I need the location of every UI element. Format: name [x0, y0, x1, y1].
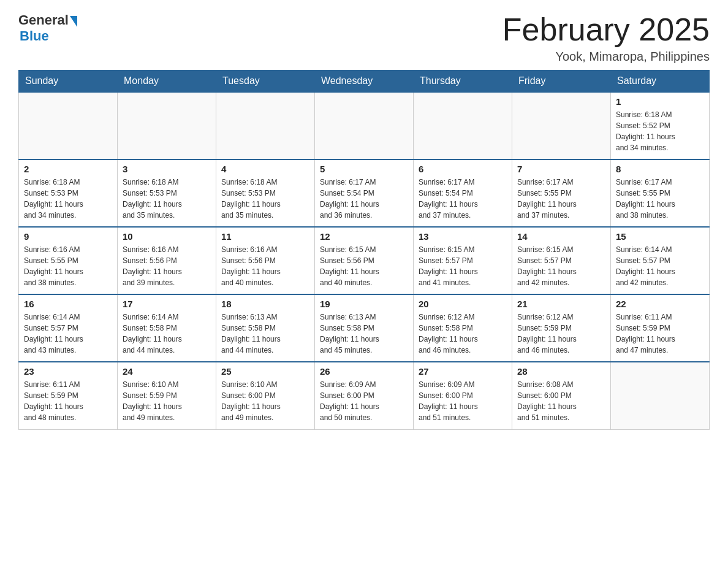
calendar-cell: 23Sunrise: 6:11 AM Sunset: 5:59 PM Dayli…	[19, 362, 118, 429]
weekday-header-wednesday: Wednesday	[315, 71, 414, 93]
day-info: Sunrise: 6:13 AM Sunset: 5:58 PM Dayligh…	[221, 312, 309, 356]
day-info: Sunrise: 6:16 AM Sunset: 5:56 PM Dayligh…	[123, 244, 211, 288]
day-number: 28	[517, 366, 605, 377]
calendar-cell: 12Sunrise: 6:15 AM Sunset: 5:56 PM Dayli…	[315, 227, 414, 294]
calendar-cell: 14Sunrise: 6:15 AM Sunset: 5:57 PM Dayli…	[512, 227, 611, 294]
day-number: 4	[221, 164, 309, 174]
day-number: 18	[221, 299, 309, 309]
day-number: 20	[419, 299, 507, 309]
day-info: Sunrise: 6:15 AM Sunset: 5:56 PM Dayligh…	[320, 244, 408, 288]
calendar-cell: 27Sunrise: 6:09 AM Sunset: 6:00 PM Dayli…	[414, 362, 512, 429]
calendar-cell	[315, 92, 414, 159]
calendar-cell: 8Sunrise: 6:17 AM Sunset: 5:55 PM Daylig…	[611, 159, 710, 227]
weekday-header-tuesday: Tuesday	[216, 71, 315, 93]
calendar-cell: 10Sunrise: 6:16 AM Sunset: 5:56 PM Dayli…	[118, 227, 216, 294]
day-number: 10	[123, 231, 211, 242]
logo-general-text: General	[18, 12, 69, 28]
calendar-cell	[414, 92, 512, 159]
calendar-cell: 20Sunrise: 6:12 AM Sunset: 5:58 PM Dayli…	[414, 294, 512, 362]
calendar-body: 1Sunrise: 6:18 AM Sunset: 5:52 PM Daylig…	[19, 92, 710, 429]
subtitle: Yook, Mimaropa, Philippines	[502, 50, 710, 64]
calendar-cell: 13Sunrise: 6:15 AM Sunset: 5:57 PM Dayli…	[414, 227, 512, 294]
day-number: 27	[419, 366, 507, 377]
day-number: 12	[320, 231, 408, 242]
weekday-header-row: SundayMondayTuesdayWednesdayThursdayFrid…	[19, 71, 710, 93]
day-info: Sunrise: 6:18 AM Sunset: 5:53 PM Dayligh…	[24, 177, 112, 221]
calendar-week-row: 16Sunrise: 6:14 AM Sunset: 5:57 PM Dayli…	[19, 294, 710, 362]
day-info: Sunrise: 6:15 AM Sunset: 5:57 PM Dayligh…	[517, 244, 605, 288]
day-info: Sunrise: 6:12 AM Sunset: 5:58 PM Dayligh…	[419, 312, 507, 356]
day-number: 16	[24, 299, 112, 309]
calendar-week-row: 9Sunrise: 6:16 AM Sunset: 5:55 PM Daylig…	[19, 227, 710, 294]
calendar-table: SundayMondayTuesdayWednesdayThursdayFrid…	[18, 70, 710, 430]
day-info: Sunrise: 6:17 AM Sunset: 5:54 PM Dayligh…	[320, 177, 408, 221]
day-number: 11	[221, 231, 309, 242]
calendar-cell	[19, 92, 118, 159]
day-number: 13	[419, 231, 507, 242]
day-number: 1	[616, 96, 704, 107]
calendar-cell: 9Sunrise: 6:16 AM Sunset: 5:55 PM Daylig…	[19, 227, 118, 294]
day-info: Sunrise: 6:10 AM Sunset: 5:59 PM Dayligh…	[123, 379, 211, 423]
day-info: Sunrise: 6:13 AM Sunset: 5:58 PM Dayligh…	[320, 312, 408, 356]
calendar-cell: 26Sunrise: 6:09 AM Sunset: 6:00 PM Dayli…	[315, 362, 414, 429]
calendar-cell: 7Sunrise: 6:17 AM Sunset: 5:55 PM Daylig…	[512, 159, 611, 227]
calendar-cell	[611, 362, 710, 429]
day-number: 14	[517, 231, 605, 242]
calendar-cell: 1Sunrise: 6:18 AM Sunset: 5:52 PM Daylig…	[611, 92, 710, 159]
calendar-cell: 25Sunrise: 6:10 AM Sunset: 6:00 PM Dayli…	[216, 362, 315, 429]
day-number: 26	[320, 366, 408, 377]
weekday-header-friday: Friday	[512, 71, 611, 93]
calendar-cell: 3Sunrise: 6:18 AM Sunset: 5:53 PM Daylig…	[118, 159, 216, 227]
calendar-cell: 17Sunrise: 6:14 AM Sunset: 5:58 PM Dayli…	[118, 294, 216, 362]
day-info: Sunrise: 6:10 AM Sunset: 6:00 PM Dayligh…	[221, 379, 309, 423]
page-header: General Blue February 2025 Yook, Mimarop…	[18, 12, 710, 64]
calendar-header: SundayMondayTuesdayWednesdayThursdayFrid…	[19, 71, 710, 93]
day-info: Sunrise: 6:15 AM Sunset: 5:57 PM Dayligh…	[419, 244, 507, 288]
logo-blue-text: Blue	[20, 28, 49, 44]
day-number: 25	[221, 366, 309, 377]
day-number: 2	[24, 164, 112, 174]
calendar-cell: 24Sunrise: 6:10 AM Sunset: 5:59 PM Dayli…	[118, 362, 216, 429]
calendar-cell: 22Sunrise: 6:11 AM Sunset: 5:59 PM Dayli…	[611, 294, 710, 362]
day-info: Sunrise: 6:17 AM Sunset: 5:55 PM Dayligh…	[517, 177, 605, 221]
calendar-cell: 2Sunrise: 6:18 AM Sunset: 5:53 PM Daylig…	[19, 159, 118, 227]
day-info: Sunrise: 6:18 AM Sunset: 5:52 PM Dayligh…	[616, 109, 704, 153]
weekday-header-monday: Monday	[118, 71, 216, 93]
calendar-cell: 11Sunrise: 6:16 AM Sunset: 5:56 PM Dayli…	[216, 227, 315, 294]
day-info: Sunrise: 6:17 AM Sunset: 5:54 PM Dayligh…	[419, 177, 507, 221]
calendar-cell: 18Sunrise: 6:13 AM Sunset: 5:58 PM Dayli…	[216, 294, 315, 362]
day-number: 23	[24, 366, 112, 377]
day-info: Sunrise: 6:14 AM Sunset: 5:57 PM Dayligh…	[24, 312, 112, 356]
day-info: Sunrise: 6:11 AM Sunset: 5:59 PM Dayligh…	[616, 312, 704, 356]
day-info: Sunrise: 6:14 AM Sunset: 5:57 PM Dayligh…	[616, 244, 704, 288]
calendar-week-row: 23Sunrise: 6:11 AM Sunset: 5:59 PM Dayli…	[19, 362, 710, 429]
calendar-cell: 4Sunrise: 6:18 AM Sunset: 5:53 PM Daylig…	[216, 159, 315, 227]
calendar-week-row: 2Sunrise: 6:18 AM Sunset: 5:53 PM Daylig…	[19, 159, 710, 227]
day-number: 8	[616, 164, 704, 174]
calendar-cell	[216, 92, 315, 159]
day-number: 5	[320, 164, 408, 174]
logo: General Blue	[18, 12, 77, 44]
calendar-cell: 6Sunrise: 6:17 AM Sunset: 5:54 PM Daylig…	[414, 159, 512, 227]
day-info: Sunrise: 6:12 AM Sunset: 5:59 PM Dayligh…	[517, 312, 605, 356]
day-info: Sunrise: 6:18 AM Sunset: 5:53 PM Dayligh…	[123, 177, 211, 221]
day-info: Sunrise: 6:17 AM Sunset: 5:55 PM Dayligh…	[616, 177, 704, 221]
day-number: 17	[123, 299, 211, 309]
day-info: Sunrise: 6:16 AM Sunset: 5:55 PM Dayligh…	[24, 244, 112, 288]
day-info: Sunrise: 6:08 AM Sunset: 6:00 PM Dayligh…	[517, 379, 605, 423]
calendar-cell	[118, 92, 216, 159]
day-number: 22	[616, 299, 704, 309]
calendar-cell: 5Sunrise: 6:17 AM Sunset: 5:54 PM Daylig…	[315, 159, 414, 227]
main-title: February 2025	[502, 12, 710, 47]
day-number: 15	[616, 231, 704, 242]
day-info: Sunrise: 6:18 AM Sunset: 5:53 PM Dayligh…	[221, 177, 309, 221]
logo-triangle-icon	[70, 16, 77, 27]
day-info: Sunrise: 6:16 AM Sunset: 5:56 PM Dayligh…	[221, 244, 309, 288]
calendar-week-row: 1Sunrise: 6:18 AM Sunset: 5:52 PM Daylig…	[19, 92, 710, 159]
calendar-cell	[512, 92, 611, 159]
calendar-cell: 19Sunrise: 6:13 AM Sunset: 5:58 PM Dayli…	[315, 294, 414, 362]
day-number: 6	[419, 164, 507, 174]
calendar-cell: 16Sunrise: 6:14 AM Sunset: 5:57 PM Dayli…	[19, 294, 118, 362]
day-number: 19	[320, 299, 408, 309]
day-info: Sunrise: 6:11 AM Sunset: 5:59 PM Dayligh…	[24, 379, 112, 423]
